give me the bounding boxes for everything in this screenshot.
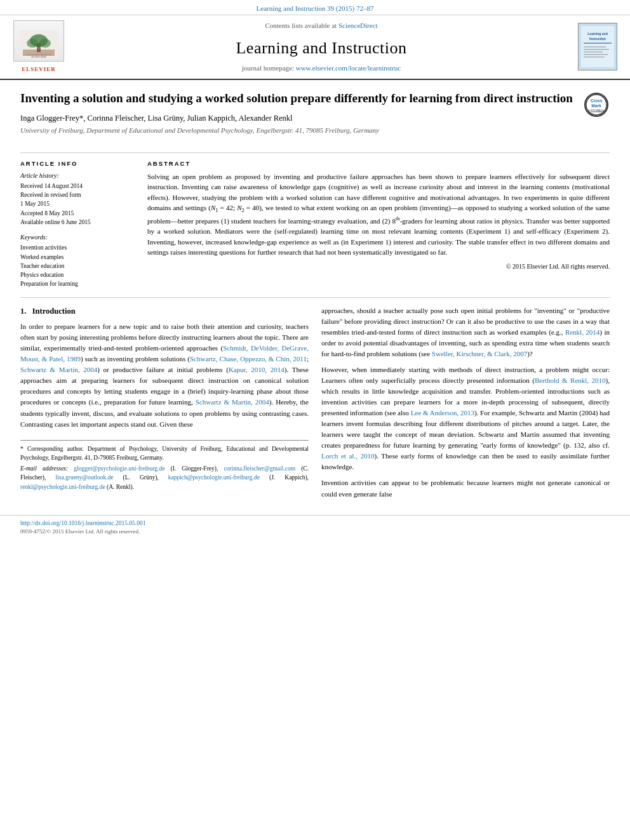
citation-schwartz-2011[interactable]: Schwartz, Chase, Oppezzo, & Chin, 2011 [190,355,307,363]
section-number: 1. [20,307,26,316]
keyword-2: Worked examples [20,253,135,262]
article-title-text: Inventing a solution and studying a work… [20,90,574,142]
footnote-corresponding: * Corresponding author. Department of Ps… [20,444,309,463]
article-history-label: Article history: [20,171,135,180]
email-link-3[interactable]: lisa.grueny@outlook.de [55,474,113,481]
citation-berthold[interactable]: Berthold & Renkl, 2010 [535,377,606,384]
revised-label: Received in revised form [20,191,135,199]
intro-paragraph-4: Invention activities can appear to be pr… [321,477,610,499]
keyword-4: Physics education [20,271,135,279]
citation-lee[interactable]: Lee & Anderson, 2013 [411,409,474,417]
journal-reference-text: Learning and Instruction 39 (2015) 72–87 [257,4,374,12]
svg-rect-15 [584,51,603,53]
svg-rect-13 [584,46,606,48]
journal-reference-bar: Learning and Instruction 39 (2015) 72–87 [0,0,630,15]
email-link-5[interactable]: renkl@psychologie.uni-freiburg.de [20,484,105,490]
article-info-header: ARTICLE INFO [20,159,135,168]
intro-paragraph-3: However, when immediately starting with … [321,364,610,472]
abstract-header: ABSTRACT [147,159,610,168]
email-link-1[interactable]: glogger@psychologie.uni-freiburg.de [74,465,164,472]
citation-renkl[interactable]: Renkl, 2014 [565,328,600,336]
contents-label: Contents lists available at [265,22,337,29]
introduction-heading: 1. Introduction [20,305,309,317]
svg-text:Mark: Mark [591,103,601,108]
article-info-column: ARTICLE INFO Article history: Received 1… [20,159,135,290]
body-right-column: approaches, should a teacher actually po… [321,305,610,505]
journal-title: Learning and Instruction [75,37,568,60]
abstract-paragraph: Solving an open problem as proposed by i… [147,171,610,258]
email-link-4[interactable]: kappich@psychologie.uni-freiburg.de [168,474,260,481]
article-info-abstract-section: ARTICLE INFO Article history: Received 1… [20,152,610,290]
article-title-section: Inventing a solution and studying a work… [20,90,610,147]
affiliation: University of Freiburg, Department of Ed… [20,126,574,135]
journal-center: Contents lists available at ScienceDirec… [75,20,568,74]
copyright-line: © 2015 Elsevier Ltd. All rights reserved… [147,262,610,271]
citation-sweller[interactable]: Sweller, Kirschner, & Clark, 2007 [432,350,527,357]
footnote-emails: E-mail addresses: glogger@psychologie.un… [20,464,309,491]
svg-point-5 [39,39,51,48]
elsevier-tree-icon: ELSEVIER [20,30,58,58]
sciencedirect-link[interactable]: ScienceDirect [338,22,378,29]
crossmark-icon: Cross Mark CrossMark [584,93,608,117]
keyword-5: Preparation for learning [20,280,135,288]
body-text-section: 1. Introduction In order to prepare lear… [20,305,610,505]
footnote-section: * Corresponding author. Department of Ps… [20,440,309,491]
abstract-column: ABSTRACT Solving an open problem as prop… [147,159,610,290]
intro-paragraph-2: approaches, should a teacher actually po… [321,305,610,359]
abstract-text: Solving an open problem as proposed by i… [147,171,610,271]
svg-text:ELSEVIER: ELSEVIER [31,55,46,58]
authors-list: Inga Glogger-Frey*, Corinna Fleischer, L… [20,113,574,124]
svg-text:Instruction: Instruction [589,37,606,41]
journal-cover-thumbnail: Learning and Instruction [578,23,617,70]
email-label-1: E-mail addresses: [20,465,68,472]
elsevier-brand-text: ELSEVIER [22,65,56,74]
bottom-bar: http://dx.doi.org/10.1016/j.learninstruc… [0,515,630,540]
article-content: Inventing a solution and studying a work… [0,80,630,515]
received-date: Received 14 August 2014 [20,182,135,190]
journal-header: ELSEVIER ELSEVIER Contents lists availab… [0,15,630,80]
accepted-date: Accepted 8 May 2015 [20,210,135,218]
authors-text: Inga Glogger-Frey*, Corinna Fleischer, L… [20,114,293,123]
homepage-label: journal homepage: [242,64,294,72]
revised-date: 1 May 2015 [20,200,135,208]
svg-rect-14 [584,49,609,50]
article-title: Inventing a solution and studying a work… [20,90,574,107]
svg-text:Cross: Cross [591,98,603,103]
contents-available: Contents lists available at ScienceDirec… [75,21,568,30]
journal-logo-left: ELSEVIER ELSEVIER [10,20,67,74]
citation-schwartz-2004[interactable]: Schwartz & Martin, 2004 [20,366,97,373]
svg-point-4 [27,39,38,48]
doi-text: http://dx.doi.org/10.1016/j.learninstruc… [20,520,145,526]
available-date: Available online 6 June 2015 [20,218,135,227]
section-divider [20,297,610,298]
citation-schwartz-martin[interactable]: Schwartz & Martin, 2004 [196,398,269,406]
body-left-column: 1. Introduction In order to prepare lear… [20,305,309,505]
svg-rect-12 [584,43,612,44]
crossmark-badge: Cross Mark CrossMark [584,93,610,117]
issn-text: 0959-4752/© 2015 Elsevier Ltd. All right… [20,528,140,535]
svg-rect-16 [584,54,608,55]
journal-logo-right: Learning and Instruction [575,20,620,74]
intro-paragraph-1: In order to prepare learners for a new t… [20,321,309,429]
keyword-1: Invention activities [20,244,135,252]
keyword-3: Teacher education [20,262,135,270]
svg-rect-17 [584,57,605,58]
citation-kapur[interactable]: Kapur, 2010, 2014 [229,366,285,373]
section-title-text: Introduction [32,307,76,316]
elsevier-logo-box: ELSEVIER [13,20,64,62]
email-link-2[interactable]: corinna.fleischer@gmail.com [224,465,295,472]
journal-homepage: journal homepage: www.elsevier.com/locat… [75,63,568,73]
citation-lorch[interactable]: Lorch et al., 2010 [321,452,375,460]
svg-text:CrossMark: CrossMark [589,110,605,113]
doi-link[interactable]: http://dx.doi.org/10.1016/j.learninstruc… [20,520,145,526]
svg-text:Learning and: Learning and [587,32,607,36]
homepage-link[interactable]: www.elsevier.com/locate/learninstruc [296,64,401,72]
keywords-label: Keywords: [20,233,135,242]
